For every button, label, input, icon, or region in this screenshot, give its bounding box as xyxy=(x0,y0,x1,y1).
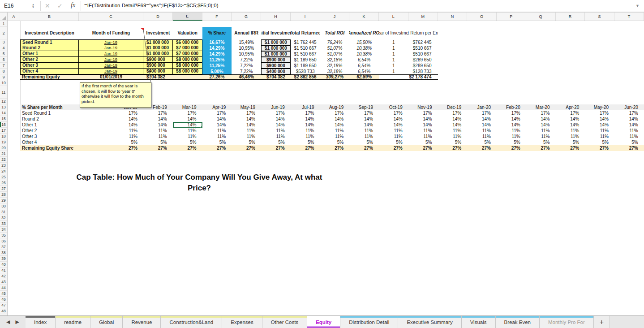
share-cell[interactable]: 14% xyxy=(349,116,379,122)
cap-table-cell[interactable]: Other 3 xyxy=(20,63,79,69)
row-header-21[interactable]: 21 xyxy=(0,151,7,157)
cap-table-cell[interactable]: 15,50% xyxy=(349,39,379,45)
sheet-tab-monthly-pro-for[interactable]: Monthly Pro For xyxy=(540,316,594,328)
share-cell[interactable]: 14% xyxy=(320,122,350,128)
share-cell[interactable]: 11% xyxy=(408,128,438,134)
share-cell[interactable]: 11% xyxy=(379,134,408,139)
share-cell[interactable]: 11% xyxy=(497,134,526,139)
cap-table-cell[interactable]: $8 000 000 xyxy=(173,57,202,63)
cap-table-cell[interactable]: Round 2 xyxy=(20,45,79,51)
cap-table-cell[interactable]: Other 2 xyxy=(20,57,79,63)
share-cell[interactable]: 5% xyxy=(379,139,408,145)
cap-table-cell[interactable]: 6,54% xyxy=(349,63,379,69)
cap-table-cell[interactable]: 11,25% xyxy=(202,63,232,69)
column-header-H[interactable]: H xyxy=(261,13,291,21)
share-cell[interactable]: 11% xyxy=(614,134,644,139)
cap-table-cell[interactable]: $1 189 650 xyxy=(291,57,320,63)
share-total-cell[interactable]: 27% xyxy=(585,145,614,151)
share-cell[interactable]: 11% xyxy=(79,134,143,139)
share-cell[interactable]: 14% xyxy=(408,116,438,122)
share-cell[interactable]: 11% xyxy=(349,134,379,139)
sheet-tab-global[interactable]: Global xyxy=(90,316,123,328)
share-cell[interactable]: 17% xyxy=(232,110,261,116)
row-header-40[interactable]: 40 xyxy=(0,262,7,268)
cap-table-cell[interactable]: $1 510 667 xyxy=(291,45,320,51)
cap-table-cell[interactable]: 14,29% xyxy=(202,45,232,51)
share-cell[interactable]: 17% xyxy=(526,110,556,116)
share-cell[interactable]: 11% xyxy=(261,128,291,134)
column-header-O[interactable]: O xyxy=(467,13,497,21)
row-header-12[interactable]: 12 xyxy=(0,99,7,104)
share-total-cell[interactable]: 27% xyxy=(379,145,408,151)
cap-table-cell[interactable]: $400 000 xyxy=(261,69,291,74)
share-total-cell[interactable]: 27% xyxy=(497,145,526,151)
share-cell[interactable]: 17% xyxy=(467,110,497,116)
share-cell[interactable]: 11% xyxy=(556,128,585,134)
row-header-6[interactable]: 6 xyxy=(0,57,7,63)
cap-table-total-cell[interactable] xyxy=(379,74,408,80)
share-cell[interactable]: 11% xyxy=(438,128,468,134)
cap-table-total-cell[interactable]: $704 382 xyxy=(143,74,173,80)
cap-table-cell[interactable]: $7 000 000 xyxy=(173,45,202,51)
row-header-7[interactable]: 7 xyxy=(0,63,7,69)
column-header-E[interactable]: E xyxy=(173,13,202,21)
share-cell[interactable]: 5% xyxy=(408,139,438,145)
share-cell[interactable]: 14% xyxy=(585,116,614,122)
cap-table-cell[interactable]: Jan-19 xyxy=(79,57,143,63)
column-header-P[interactable]: P xyxy=(497,13,526,21)
cap-table-total-cell[interactable]: 46,46% xyxy=(232,74,261,80)
share-cell[interactable]: 11% xyxy=(614,128,644,134)
share-cell[interactable]: 14% xyxy=(79,116,143,122)
row-header-30[interactable]: 30 xyxy=(0,203,7,209)
row-header-34[interactable]: 34 xyxy=(0,227,7,233)
share-total-cell[interactable]: 27% xyxy=(408,145,438,151)
enter-icon[interactable]: ✓ xyxy=(57,2,63,9)
sheet-tab-construction-land[interactable]: Construction&Land xyxy=(161,316,222,328)
share-total-cell[interactable]: 27% xyxy=(232,145,261,151)
share-cell[interactable]: 5% xyxy=(526,139,556,145)
month-header-Mar-20[interactable]: Mar-20 xyxy=(526,104,556,110)
row-header-39[interactable]: 39 xyxy=(0,256,7,262)
row-header-15[interactable]: 15 xyxy=(0,116,7,122)
share-cell[interactable]: 14% xyxy=(202,122,232,128)
share-cell[interactable]: 11% xyxy=(585,134,614,139)
share-total-cell[interactable]: 27% xyxy=(438,145,468,151)
sheet-tab-readme[interactable]: readme xyxy=(56,316,90,328)
row-header-4[interactable]: 4 xyxy=(0,45,7,51)
share-cell[interactable]: 17% xyxy=(320,110,350,116)
share-cell[interactable]: 17% xyxy=(556,110,585,116)
month-header-Feb-20[interactable]: Feb-20 xyxy=(497,104,526,110)
sheet-tab-distribution-detail[interactable]: Distribution Detail xyxy=(340,316,398,328)
share-cell[interactable]: 17% xyxy=(438,110,468,116)
share-cell[interactable]: 11% xyxy=(320,128,350,134)
cap-table-cell[interactable]: 6,54% xyxy=(349,57,379,63)
cap-table-cell[interactable]: $128 733 xyxy=(408,69,438,74)
row-header-28[interactable]: 28 xyxy=(0,192,7,198)
month-header-Apr-19[interactable]: Apr-19 xyxy=(202,104,232,110)
cancel-icon[interactable]: ✕ xyxy=(45,2,50,9)
cap-table-cell[interactable]: 5,00% xyxy=(202,69,232,74)
cap-table-cell[interactable]: Jan-19 xyxy=(79,51,143,57)
column-header-M[interactable]: M xyxy=(408,13,438,21)
share-cell[interactable]: 11% xyxy=(202,134,232,139)
column-header-R[interactable]: R xyxy=(556,13,585,21)
share-cell[interactable]: 14% xyxy=(467,122,497,128)
sheet-tab-revenue[interactable]: Revenue xyxy=(123,316,161,328)
share-total-cell[interactable]: 27% xyxy=(556,145,585,151)
sheet-tab-visuals[interactable]: Visuals xyxy=(462,316,496,328)
share-total-cell[interactable]: 27% xyxy=(291,145,320,151)
row-header-26[interactable]: 26 xyxy=(0,180,7,186)
share-cell[interactable]: 17% xyxy=(408,110,438,116)
share-cell[interactable]: 14% xyxy=(79,122,143,128)
cap-table-cell[interactable]: $6 000 000 xyxy=(173,39,202,45)
cap-table-total-cell[interactable]: 309,27% xyxy=(320,74,350,80)
column-header-B[interactable]: B xyxy=(20,13,79,21)
month-header-Sep-19[interactable]: Sep-19 xyxy=(349,104,379,110)
share-cell[interactable]: 5% xyxy=(291,139,320,145)
cap-table-cell[interactable]: 1 xyxy=(379,45,408,51)
cap-table-cell[interactable]: 10,95% xyxy=(232,45,261,51)
cap-table-cell[interactable]: $1 000 000 xyxy=(261,39,291,45)
sheet-tab-index[interactable]: Index xyxy=(26,316,56,328)
share-cell[interactable]: 17% xyxy=(585,110,614,116)
share-cell[interactable]: 5% xyxy=(143,139,173,145)
